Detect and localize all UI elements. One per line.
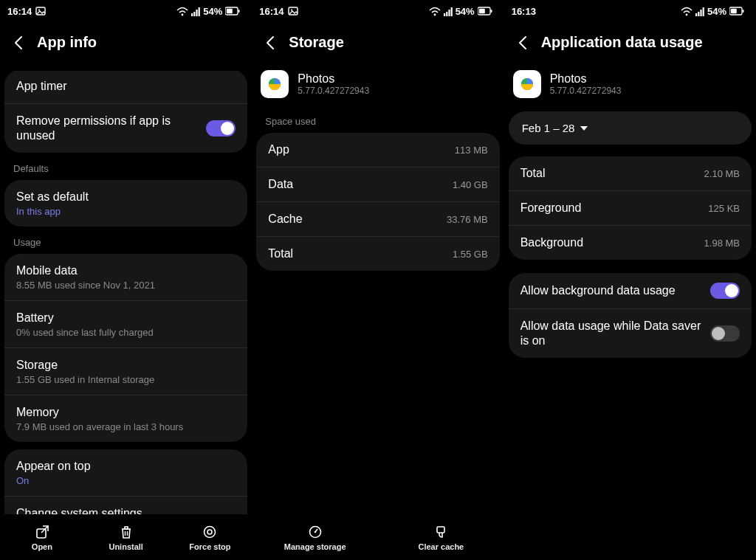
signal-icon [695, 7, 704, 16]
remove-permissions-row[interactable]: Remove permissions if app is unused [4, 103, 247, 153]
screen-app-info: 16:14 54% App info App timer Remove perm… [0, 0, 252, 560]
signal-icon [191, 7, 200, 16]
battery-row[interactable]: Battery 0% used since last fully charged [4, 300, 247, 348]
gauge-icon [308, 525, 323, 539]
mobile-data-row[interactable]: Mobile data 8.55 MB used since Nov 1, 20… [4, 254, 247, 300]
app-timer-label: App timer [16, 79, 236, 94]
appear-on-top-row[interactable]: Appear on top On [4, 449, 247, 496]
app-name: Photos [550, 72, 622, 86]
kv-row: Total2.10 MB [509, 156, 752, 190]
photos-app-icon [261, 70, 289, 98]
date-range-selector[interactable]: Feb 1 – 28 [509, 111, 752, 145]
page-header: Application data usage [504, 22, 756, 66]
wifi-icon [176, 7, 188, 16]
page-title: Storage [289, 34, 343, 51]
appear-on-top-label: Appear on top [16, 459, 236, 474]
status-bar: 16:14 54% [252, 0, 504, 22]
clear-cache-button[interactable]: Clear cache [378, 516, 504, 560]
change-system-settings-row[interactable]: Change system settings Allowed [4, 496, 247, 514]
uninstall-button[interactable]: Uninstall [84, 516, 168, 560]
wifi-icon [681, 7, 693, 16]
status-bar: 16:14 54% [0, 0, 252, 22]
open-button[interactable]: Open [0, 516, 84, 560]
storage-sub: 1.55 GB used in Internal storage [16, 374, 236, 385]
force-stop-button[interactable]: Force stop [168, 516, 252, 560]
memory-sub: 7.9 MB used on average in last 3 hours [16, 421, 236, 432]
change-system-settings-label: Change system settings [16, 506, 236, 514]
bottom-bar-middle: Manage storage Clear cache [252, 516, 504, 560]
battery-icon [729, 7, 744, 15]
kv-value: 1.40 GB [453, 179, 488, 190]
kv-key: Data [268, 178, 293, 191]
kv-value: 125 KB [708, 203, 740, 214]
status-battery-pct: 54% [707, 6, 726, 17]
remove-permissions-label: Remove permissions if app is unused [16, 114, 197, 143]
status-battery-pct: 54% [203, 6, 222, 17]
kv-key: Cache [268, 212, 302, 226]
force-stop-label: Force stop [189, 542, 230, 551]
battery-label: Battery [16, 311, 236, 325]
page-title: Application data usage [541, 34, 703, 51]
bottom-bar-left: Open Uninstall Force stop [0, 516, 252, 560]
memory-label: Memory [16, 405, 236, 420]
clear-cache-label: Clear cache [418, 542, 464, 551]
storage-row[interactable]: Storage 1.55 GB used in Internal storage [4, 348, 247, 395]
kv-row: App113 MB [256, 133, 499, 167]
app-version: 5.77.0.427272943 [298, 86, 369, 96]
open-icon [35, 525, 49, 539]
manage-storage-button[interactable]: Manage storage [252, 516, 378, 560]
kv-row: Background1.98 MB [509, 225, 752, 260]
status-time: 16:13 [512, 6, 536, 17]
memory-row[interactable]: Memory 7.9 MB used on average in last 3 … [4, 395, 247, 442]
app-version: 5.77.0.427272943 [550, 86, 622, 96]
mobile-data-sub: 8.55 MB used since Nov 1, 2021 [16, 280, 236, 291]
wifi-icon [429, 7, 441, 16]
status-time: 16:14 [259, 6, 284, 17]
screen-data-usage: 16:13 54% Application data usage Photos … [504, 0, 756, 560]
status-bar: 16:13 54% [504, 0, 756, 22]
mobile-data-label: Mobile data [16, 263, 236, 278]
back-icon[interactable] [10, 35, 27, 51]
battery-sub: 0% used since last fully charged [16, 327, 236, 338]
back-icon[interactable] [515, 35, 531, 51]
photos-app-icon [513, 70, 541, 98]
uninstall-label: Uninstall [109, 542, 142, 551]
usage-header: Usage [0, 227, 252, 254]
force-stop-icon [202, 525, 217, 539]
allow-background-row[interactable]: Allow background data usage [509, 273, 752, 308]
remove-permissions-toggle[interactable] [206, 120, 236, 136]
brush-icon [433, 525, 448, 539]
kv-key: Background [520, 236, 583, 249]
app-header: Photos 5.77.0.427272943 [252, 66, 504, 111]
manage-storage-label: Manage storage [284, 542, 346, 551]
allow-data-saver-row[interactable]: Allow data usage while Data saver is on [509, 308, 752, 358]
page-header: App info [0, 22, 252, 66]
open-label: Open [32, 542, 52, 551]
space-used-header: Space used [252, 111, 504, 133]
set-as-default-row[interactable]: Set as default In this app [4, 180, 247, 227]
battery-icon [225, 7, 240, 15]
space-used-card: App113 MBData1.40 GBCache33.76 MBTotal1.… [256, 133, 499, 271]
screen-storage: 16:14 54% Storage Photos 5.77.0.42727294… [252, 0, 504, 560]
set-as-default-label: Set as default [16, 190, 236, 204]
allow-background-toggle[interactable] [710, 283, 740, 299]
status-time: 16:14 [7, 6, 32, 17]
kv-value: 113 MB [455, 145, 488, 156]
set-as-default-sub: In this app [16, 206, 236, 217]
kv-row: Data1.40 GB [256, 167, 499, 201]
page-header: Storage [252, 22, 504, 66]
chevron-down-icon [580, 126, 588, 131]
kv-row: Total1.55 GB [256, 236, 499, 271]
picture-icon [35, 6, 46, 16]
battery-icon [478, 7, 492, 15]
status-battery-pct: 54% [456, 6, 475, 17]
signal-icon [444, 7, 453, 16]
allow-data-saver-label: Allow data usage while Data saver is on [520, 319, 701, 348]
back-icon[interactable] [262, 35, 278, 51]
kv-key: App [268, 143, 289, 156]
appear-on-top-sub: On [16, 475, 236, 486]
allow-data-saver-toggle[interactable] [710, 325, 740, 342]
app-timer-row[interactable]: App timer [4, 71, 247, 103]
kv-row: Foreground125 KB [509, 190, 752, 225]
kv-value: 33.76 MB [447, 214, 488, 225]
